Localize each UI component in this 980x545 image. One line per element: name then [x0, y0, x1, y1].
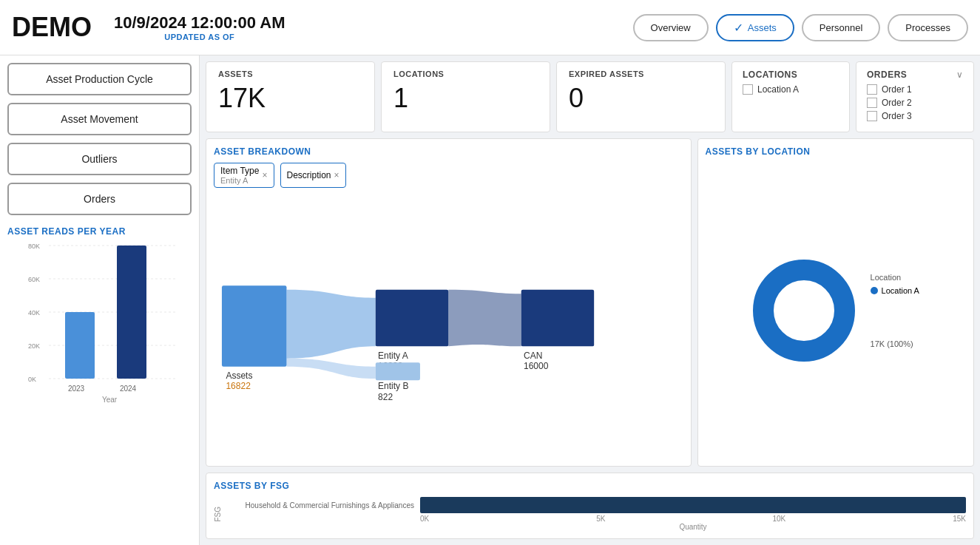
chart-title: ASSET READS PER YEAR [7, 226, 192, 237]
svg-text:Entity B: Entity B [378, 381, 408, 391]
fsg-bar-label: Household & Commercial Furnishings & App… [229, 501, 414, 510]
order-1-filter[interactable]: Order 1 [867, 84, 963, 95]
filter-tags: Item Type Entity A × Description × [214, 163, 683, 188]
stats-row: ASSETS 17K LOCATIONS 1 EXPIRED ASSETS 0 … [206, 61, 974, 132]
svg-text:16822: 16822 [226, 381, 251, 391]
locations-filter-card: LOCATIONS Location A [731, 61, 850, 132]
content-area: ASSETS 17K LOCATIONS 1 EXPIRED ASSETS 0 … [200, 55, 980, 545]
datetime-text: 10/9/2024 12:00:00 AM [114, 13, 285, 33]
donut-value-label: 17K (100%) [871, 339, 919, 348]
fsg-x-title: Quantity [229, 523, 966, 531]
order-2-checkbox[interactable] [867, 98, 877, 108]
header-datetime: 10/9/2024 12:00:00 AM UPDATED AS OF [114, 13, 285, 41]
order-1-checkbox[interactable] [867, 84, 877, 95]
outliers-button[interactable]: Outliers [7, 143, 192, 175]
svg-rect-11 [117, 246, 146, 379]
sidebar: Asset Production Cycle Asset Movement Ou… [0, 55, 200, 545]
assets-stat-card: ASSETS 17K [206, 61, 375, 132]
svg-text:2024: 2024 [120, 385, 137, 393]
location-chart-title: ASSETS BY LOCATION [706, 146, 967, 157]
svg-rect-10 [65, 312, 95, 379]
donut-legend: Location Location A [871, 273, 919, 295]
fsg-card: ASSETS BY FSG FSG Household & Commercial… [206, 473, 974, 539]
fsg-bar [420, 497, 966, 513]
main-layout: Asset Production Cycle Asset Movement Ou… [0, 55, 980, 545]
legend-dot-location-a [871, 287, 878, 294]
item-type-sub: Entity A [220, 176, 259, 185]
legend-title: Location [871, 273, 919, 282]
processes-button[interactable]: Processes [888, 14, 968, 41]
svg-point-29 [782, 288, 826, 333]
location-card: ASSETS BY LOCATION Location Location A [697, 138, 975, 467]
svg-text:Entity A: Entity A [378, 351, 408, 361]
expired-stat-value: 0 [569, 83, 713, 114]
check-icon: ✓ [734, 21, 743, 35]
svg-text:Year: Year [102, 396, 118, 404]
fsg-x-axis: 0K 5K 10K 15K [229, 515, 966, 523]
item-type-label: Item Type [220, 166, 259, 176]
fsg-x-5k: 5K [596, 515, 605, 523]
svg-text:0K: 0K [28, 376, 36, 383]
app-title: DEMO [12, 12, 92, 43]
locations-stat-label: LOCATIONS [393, 70, 538, 78]
bar-chart-svg: 80K 60K 40K 20K 0K 2023 [28, 240, 191, 410]
updated-label: UPDATED AS OF [114, 33, 285, 41]
overview-button[interactable]: Overview [633, 14, 709, 41]
svg-text:2023: 2023 [68, 385, 85, 393]
order-1-label: Order 1 [882, 84, 912, 95]
fsg-x-10k: 10K [772, 515, 785, 523]
order-3-filter[interactable]: Order 3 [867, 111, 963, 121]
location-a-label: Location A [757, 84, 799, 95]
svg-text:Assets: Assets [226, 370, 252, 381]
description-close[interactable]: × [334, 170, 339, 180]
svg-rect-19 [376, 290, 448, 347]
assets-stat-value: 17K [218, 83, 362, 114]
locations-filter-label: LOCATIONS [743, 70, 839, 80]
location-a-filter[interactable]: Location A [743, 84, 839, 95]
asset-breakdown-card: ASSET BREAKDOWN Item Type Entity A × Des… [206, 138, 692, 467]
locations-stat-card: LOCATIONS 1 [381, 61, 550, 132]
orders-button[interactable]: Orders [7, 183, 192, 215]
middle-row: ASSET BREAKDOWN Item Type Entity A × Des… [206, 138, 974, 467]
assets-stat-label: ASSETS [218, 70, 362, 78]
breakdown-title: ASSET BREAKDOWN [214, 146, 683, 157]
asset-production-cycle-button[interactable]: Asset Production Cycle [7, 63, 192, 95]
svg-rect-16 [222, 285, 287, 366]
item-type-close[interactable]: × [262, 170, 267, 180]
fsg-bar-row: Household & Commercial Furnishings & App… [229, 497, 966, 513]
fsg-x-0k: 0K [420, 515, 429, 523]
header: DEMO 10/9/2024 12:00:00 AM UPDATED AS OF… [0, 0, 980, 55]
order-2-filter[interactable]: Order 2 [867, 98, 963, 108]
item-type-tag: Item Type Entity A × [214, 163, 274, 188]
orders-chevron-icon[interactable]: ∨ [956, 70, 963, 80]
orders-filter-card: ORDERS ∨ Order 1 Order 2 Order 3 [856, 61, 974, 132]
legend-label-location-a: Location A [882, 286, 919, 295]
legend-item-location-a: Location A [871, 286, 919, 295]
donut-container: Location Location A 17K (100%) [706, 163, 967, 458]
fsg-title: ASSETS BY FSG [214, 481, 966, 491]
description-tag: Description × [280, 163, 346, 188]
nav-buttons: Overview ✓ Assets Personnel Processes [633, 14, 968, 41]
personnel-button[interactable]: Personnel [802, 14, 881, 41]
fsg-x-15k: 15K [953, 515, 966, 523]
order-3-label: Order 3 [882, 111, 912, 121]
svg-text:16000: 16000 [524, 361, 549, 371]
orders-filter-label: ORDERS [867, 70, 907, 80]
svg-text:822: 822 [378, 392, 393, 402]
asset-movement-button[interactable]: Asset Movement [7, 103, 192, 135]
order-3-checkbox[interactable] [867, 111, 877, 121]
locations-stat-value: 1 [393, 83, 538, 114]
assets-button[interactable]: ✓ Assets [716, 14, 794, 41]
donut-chart [752, 259, 856, 362]
svg-text:80K: 80K [28, 243, 40, 250]
sankey-chart: Assets 16822 Entity A 16000 Entity B 822 [214, 194, 683, 458]
expired-stat-label: EXPIRED ASSETS [569, 70, 713, 78]
expired-stat-card: EXPIRED ASSETS 0 [556, 61, 726, 132]
asset-reads-chart: ASSET READS PER YEAR 80K 60K 40K 20K 0K [7, 226, 192, 538]
svg-text:40K: 40K [28, 309, 40, 316]
description-label: Description [287, 170, 331, 180]
svg-text:20K: 20K [28, 342, 40, 350]
order-2-label: Order 2 [882, 98, 912, 108]
svg-text:CAN: CAN [524, 351, 542, 361]
location-a-checkbox[interactable] [743, 84, 753, 95]
